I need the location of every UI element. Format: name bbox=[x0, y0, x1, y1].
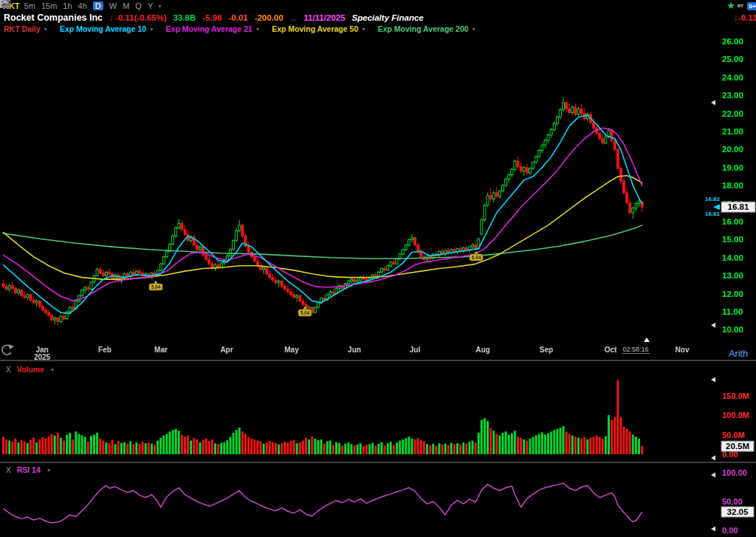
timeframe-dropdown-caret[interactable]: ▼ bbox=[157, 4, 162, 9]
indicator-item-1[interactable]: Exp Moving Average 10▼ bbox=[60, 24, 154, 33]
svg-text:24.00: 24.00 bbox=[722, 73, 743, 82]
timeframe-button-5m[interactable]: 5m bbox=[24, 1, 35, 10]
svg-text:16.81: 16.81 bbox=[728, 202, 749, 211]
stat-2: -5.98 bbox=[202, 13, 221, 22]
svg-text:32.05: 32.05 bbox=[727, 507, 749, 516]
svg-text:5.04: 5.04 bbox=[300, 310, 310, 315]
quote-date: 11/11/2025 bbox=[303, 13, 345, 22]
svg-text:0.00: 0.00 bbox=[722, 526, 738, 535]
ema-line bbox=[4, 225, 642, 259]
volume-dropdown-caret[interactable]: ▼ bbox=[50, 367, 55, 372]
svg-text:22.00: 22.00 bbox=[722, 109, 743, 118]
svg-text:10.00: 10.00 bbox=[722, 325, 743, 334]
stat-4: -200.00 bbox=[255, 13, 284, 22]
realtime-label: RT bbox=[738, 4, 743, 8]
time-axis[interactable]: Jan2025FebMarAprMayJunJulAugSepOctNov02:… bbox=[2, 338, 748, 361]
main-toolbar: RKT 5m15m1h4hDWMQY ▼ ★ RT S+ bbox=[0, 0, 756, 12]
flag-icon[interactable] bbox=[0, 0, 7, 8]
trading-app-window: { "toolbar": { "symbol": "RKT", "timefra… bbox=[0, 0, 756, 537]
indicator-label: Exp Moving Average 200 bbox=[378, 24, 469, 33]
svg-text:Oct: Oct bbox=[605, 346, 617, 354]
svg-text:20.00: 20.00 bbox=[722, 145, 743, 154]
rsi-title[interactable]: RSI 14 bbox=[17, 465, 41, 474]
indicator-label: Exp Moving Average 10 bbox=[60, 24, 146, 33]
chart-canvas[interactable]: 5.045.046.04 26.0025.0024.0023.0022.0021… bbox=[0, 0, 756, 537]
svg-text:13.00: 13.00 bbox=[722, 271, 743, 280]
indicator-label: Exp Moving Average 50 bbox=[272, 24, 358, 33]
price-pointer-icon bbox=[713, 204, 720, 210]
indicator-label: RKT Daily bbox=[4, 24, 41, 33]
volume-series bbox=[2, 380, 643, 454]
volume-close-button[interactable]: X bbox=[6, 366, 11, 374]
svg-text:May: May bbox=[284, 346, 299, 354]
sector-label[interactable]: Specialty Finance bbox=[352, 13, 424, 22]
rsi-line bbox=[4, 483, 642, 523]
ask-label: 16.82 bbox=[705, 196, 721, 202]
favorite-star-icon[interactable]: ★ bbox=[726, 2, 735, 10]
timeframe-button-1h[interactable]: 1h bbox=[63, 1, 72, 10]
indicator-item-4[interactable]: Exp Moving Average 200▼ bbox=[378, 24, 476, 33]
svg-text:Mar: Mar bbox=[154, 346, 168, 354]
svg-text:12.00: 12.00 bbox=[722, 290, 743, 298]
svg-text:50.00: 50.00 bbox=[722, 497, 743, 506]
svg-text:Jun: Jun bbox=[348, 346, 361, 354]
svg-text:Apr: Apr bbox=[220, 346, 233, 354]
market-cap: 33.8B bbox=[173, 13, 196, 22]
rsi-dropdown-caret[interactable]: ▼ bbox=[47, 468, 51, 473]
timeframe-button-W[interactable]: W bbox=[109, 1, 117, 10]
svg-text:5.04: 5.04 bbox=[151, 284, 161, 290]
svg-text:15.00: 15.00 bbox=[722, 235, 743, 244]
timeframe-button-Q[interactable]: Q bbox=[135, 1, 142, 10]
rsi-close-button[interactable]: X bbox=[6, 466, 11, 474]
svg-text:150.0M: 150.0M bbox=[722, 391, 749, 400]
bid-label: 16.81 bbox=[705, 211, 721, 217]
indicator-caret[interactable]: ▼ bbox=[361, 27, 365, 32]
indicator-item-2[interactable]: Exp Moving Average 21▼ bbox=[166, 24, 261, 33]
indicator-caret[interactable]: ▼ bbox=[255, 27, 260, 32]
svg-text:100.0M: 100.0M bbox=[722, 411, 749, 420]
timeframe-buttons: 5m15m1h4hDWMQY bbox=[24, 1, 154, 10]
timeframe-button-M[interactable]: M bbox=[123, 1, 129, 10]
svg-text:14.00: 14.00 bbox=[722, 253, 743, 262]
svg-text:20.5M: 20.5M bbox=[726, 442, 749, 451]
timeframe-button-D[interactable]: D bbox=[93, 1, 103, 10]
current-time-marker bbox=[644, 338, 650, 342]
timeframe-button-Y[interactable]: Y bbox=[148, 1, 153, 10]
indicator-item-0[interactable]: RKT Daily▼ bbox=[4, 24, 48, 33]
rsi-axis[interactable]: 100.0050.000.00 bbox=[722, 468, 747, 535]
change-percent: -0.11(-0.65%) bbox=[115, 13, 167, 22]
svg-text:Feb: Feb bbox=[98, 346, 111, 354]
timeframe-button-15m[interactable]: 15m bbox=[41, 1, 57, 10]
svg-text:Sep: Sep bbox=[540, 346, 553, 354]
down-arrow-icon: ↓ bbox=[109, 13, 114, 22]
svg-text:21.00: 21.00 bbox=[722, 127, 743, 136]
svg-text:18.00: 18.00 bbox=[722, 181, 743, 190]
ema-line bbox=[4, 176, 642, 279]
right-change-clipped: ↓-0.11( bbox=[734, 13, 756, 22]
svg-text:19.00: 19.00 bbox=[722, 163, 743, 172]
price-axis[interactable]: 26.0025.0024.0023.0022.0021.0020.0019.00… bbox=[722, 37, 743, 334]
svg-text:50.0M: 50.0M bbox=[722, 431, 745, 439]
volume-title[interactable]: Volume bbox=[17, 365, 44, 374]
svg-text:25.00: 25.00 bbox=[722, 55, 743, 64]
indicator-caret[interactable]: ▼ bbox=[149, 27, 154, 32]
indicator-caret[interactable]: ▼ bbox=[44, 27, 48, 32]
indicator-label: Exp Moving Average 21 bbox=[166, 24, 252, 33]
quote-info-bar: Rocket Companies Inc ↓ -0.11(-0.65%) 33.… bbox=[0, 11, 756, 24]
toolbar-right-icons: ★ RT S+ bbox=[726, 2, 756, 10]
svg-text:26.00: 26.00 bbox=[722, 37, 743, 46]
panel-separator-2[interactable] bbox=[0, 462, 756, 463]
company-name: Rocket Companies Inc bbox=[4, 13, 103, 23]
svg-text:Jul: Jul bbox=[410, 346, 421, 354]
svg-text:11.00: 11.00 bbox=[722, 307, 743, 316]
candlestick-series bbox=[2, 98, 643, 326]
timeframe-button-4h[interactable]: 4h bbox=[78, 1, 87, 10]
panel-separator[interactable] bbox=[0, 360, 756, 361]
indicator-caret[interactable]: ▼ bbox=[472, 27, 476, 32]
indicator-item-3[interactable]: Exp Moving Average 50▼ bbox=[272, 24, 366, 33]
svg-text:Nov: Nov bbox=[676, 346, 690, 354]
svg-text:16.00: 16.00 bbox=[722, 217, 743, 226]
indicator-bar: RKT Daily▼Exp Moving Average 10▼Exp Movi… bbox=[0, 24, 756, 34]
ellipsis: ... bbox=[290, 13, 298, 22]
screener-plus-badge[interactable]: S+ bbox=[747, 2, 756, 10]
